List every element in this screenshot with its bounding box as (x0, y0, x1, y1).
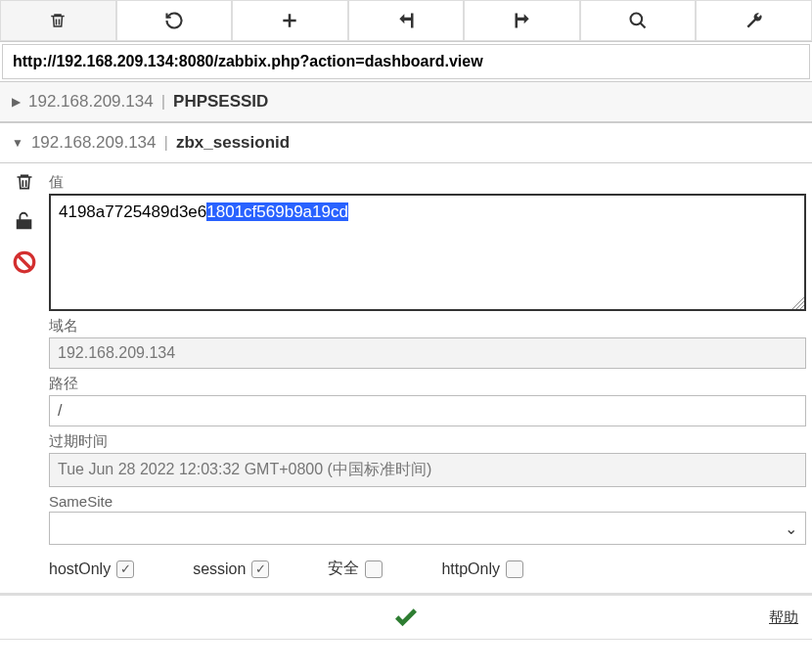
block-button[interactable] (12, 249, 37, 275)
secure-label: 安全 (328, 559, 359, 579)
export-icon (513, 11, 532, 30)
svg-rect-0 (411, 14, 414, 28)
flags-row: hostOnly ✓ session ✓ 安全 httpOnly (49, 559, 806, 579)
import-icon (396, 11, 416, 30)
hostonly-checkbox[interactable]: hostOnly ✓ (49, 560, 134, 578)
trash-icon (15, 171, 34, 193)
separator: | (164, 133, 168, 153)
refresh-button[interactable] (116, 0, 233, 41)
delete-button[interactable] (0, 0, 116, 41)
httponly-checkbox[interactable]: httpOnly (441, 560, 523, 578)
plus-icon (280, 11, 299, 30)
checkbox-icon (365, 560, 383, 578)
value-label: 值 (49, 173, 806, 192)
url-bar[interactable]: http://192.168.209.134:8080/zabbix.php?a… (2, 44, 810, 79)
session-checkbox[interactable]: session ✓ (193, 560, 269, 578)
refresh-icon (164, 11, 184, 30)
value-text-plain: 4198a7725489d3e6 (59, 202, 206, 221)
unlock-icon (14, 210, 35, 232)
cookie-host: 192.168.209.134 (31, 133, 157, 153)
samesite-label: SameSite (49, 493, 806, 510)
svg-point-2 (631, 14, 643, 25)
domain-label: 域名 (49, 317, 806, 336)
path-input[interactable]: / (49, 395, 806, 426)
help-link[interactable]: 帮助 (769, 608, 798, 627)
expires-label: 过期时间 (49, 432, 806, 451)
value-text-selected: 1801cf569b9a19cd (206, 202, 348, 221)
add-button[interactable] (232, 0, 348, 41)
session-label: session (193, 560, 246, 578)
expires-input[interactable]: Tue Jun 28 2022 12:03:32 GMT+0800 (中国标准时… (49, 453, 806, 487)
cookie-name: zbx_sessionid (176, 133, 290, 153)
samesite-select[interactable]: ⌄ (49, 512, 806, 545)
check-icon (389, 604, 423, 631)
wrench-icon (744, 11, 764, 30)
search-icon (628, 11, 648, 30)
checkbox-icon: ✓ (251, 560, 269, 578)
export-button[interactable] (464, 0, 580, 41)
cookie-host: 192.168.209.134 (28, 92, 154, 112)
chevron-right-icon: ▶ (12, 95, 21, 109)
resize-handle-icon[interactable] (792, 297, 804, 309)
lock-button[interactable] (14, 210, 35, 232)
search-button[interactable] (580, 0, 697, 41)
checkbox-icon (506, 560, 523, 578)
side-actions (6, 167, 43, 579)
svg-rect-1 (515, 14, 518, 28)
toolbar (0, 0, 812, 42)
separator: | (161, 92, 165, 112)
cookie-detail-panel: 值 4198a7725489d3e61801cf569b9a19cd 域名 19… (0, 163, 812, 587)
cookie-row-phpsessid[interactable]: ▶ 192.168.209.134 | PHPSESSID (0, 81, 812, 122)
settings-button[interactable] (696, 0, 812, 41)
fields: 值 4198a7725489d3e61801cf569b9a19cd 域名 19… (43, 167, 806, 579)
chevron-down-icon: ⌄ (785, 519, 797, 538)
secure-checkbox[interactable]: 安全 (328, 559, 383, 579)
confirm-button[interactable] (389, 604, 423, 631)
delete-cookie-button[interactable] (15, 171, 34, 193)
cookie-name: PHPSESSID (173, 92, 268, 112)
value-input[interactable]: 4198a7725489d3e61801cf569b9a19cd (49, 194, 806, 311)
bottom-bar: 帮助 (0, 593, 812, 640)
httponly-label: httpOnly (441, 560, 500, 578)
cookie-row-zbx-sessionid[interactable]: ▼ 192.168.209.134 | zbx_sessionid (0, 122, 812, 163)
forbidden-icon (12, 249, 37, 275)
hostonly-label: hostOnly (49, 560, 111, 578)
checkbox-icon: ✓ (116, 560, 134, 578)
chevron-down-icon: ▼ (12, 136, 23, 150)
path-label: 路径 (49, 375, 806, 393)
trash-icon (49, 12, 67, 29)
import-button[interactable] (348, 0, 465, 41)
domain-input[interactable]: 192.168.209.134 (49, 337, 806, 369)
